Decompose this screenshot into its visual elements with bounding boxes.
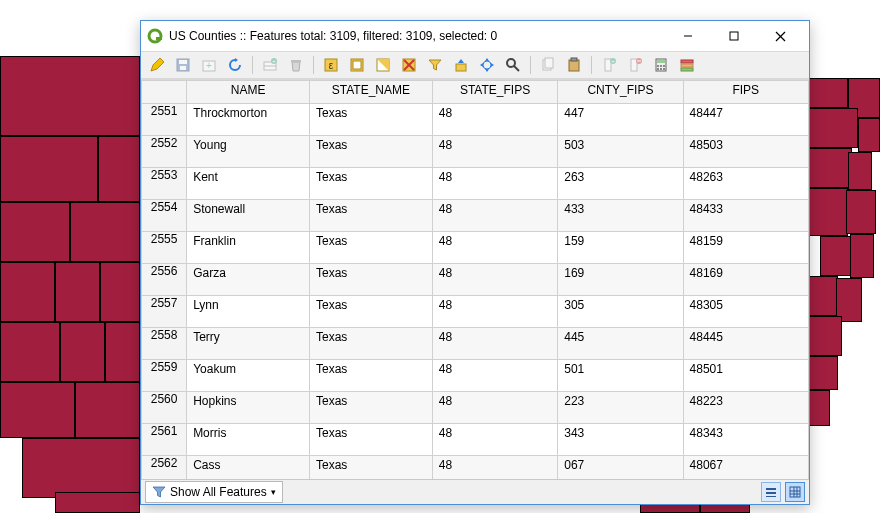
cell[interactable]: 169 bbox=[558, 264, 683, 296]
cell[interactable]: Garza bbox=[187, 264, 310, 296]
cell[interactable]: 48 bbox=[432, 168, 557, 200]
cell[interactable]: 48223 bbox=[683, 392, 808, 424]
cell[interactable]: 48 bbox=[432, 296, 557, 328]
row-number[interactable]: 2552 bbox=[142, 136, 187, 168]
table-row[interactable]: 2554StonewallTexas4843348433 bbox=[142, 200, 809, 232]
cell[interactable]: Texas bbox=[309, 424, 432, 456]
cell[interactable]: 48169 bbox=[683, 264, 808, 296]
cell[interactable]: Hopkins bbox=[187, 392, 310, 424]
attribute-grid[interactable]: NAMESTATE_NAMESTATE_FIPSCNTY_FIPSFIPS 25… bbox=[141, 79, 809, 479]
row-number[interactable]: 2557 bbox=[142, 296, 187, 328]
cell[interactable]: 48 bbox=[432, 328, 557, 360]
column-header[interactable]: NAME bbox=[187, 81, 310, 104]
close-button[interactable] bbox=[757, 22, 803, 50]
cell[interactable]: Morris bbox=[187, 424, 310, 456]
row-number[interactable]: 2556 bbox=[142, 264, 187, 296]
cell[interactable]: Texas bbox=[309, 232, 432, 264]
cell[interactable]: 447 bbox=[558, 104, 683, 136]
cell[interactable]: Texas bbox=[309, 168, 432, 200]
cell[interactable]: 48 bbox=[432, 456, 557, 480]
cell[interactable]: 305 bbox=[558, 296, 683, 328]
cell[interactable]: 48433 bbox=[683, 200, 808, 232]
row-number[interactable]: 2555 bbox=[142, 232, 187, 264]
cell[interactable]: Texas bbox=[309, 456, 432, 480]
corner-cell[interactable] bbox=[142, 81, 187, 104]
table-row[interactable]: 2562CassTexas4806748067 bbox=[142, 456, 809, 480]
show-all-features-dropdown[interactable]: Show All Features ▾ bbox=[145, 481, 283, 503]
cell[interactable]: 503 bbox=[558, 136, 683, 168]
cell[interactable]: Lynn bbox=[187, 296, 310, 328]
cell[interactable]: Franklin bbox=[187, 232, 310, 264]
table-row[interactable]: 2553KentTexas4826348263 bbox=[142, 168, 809, 200]
cell[interactable]: 48503 bbox=[683, 136, 808, 168]
cell[interactable]: 48501 bbox=[683, 360, 808, 392]
row-number[interactable]: 2551 bbox=[142, 104, 187, 136]
zoom-to-icon[interactable] bbox=[501, 53, 525, 77]
table-row[interactable]: 2559YoakumTexas4850148501 bbox=[142, 360, 809, 392]
row-number[interactable]: 2562 bbox=[142, 456, 187, 480]
column-header[interactable]: STATE_NAME bbox=[309, 81, 432, 104]
row-number[interactable]: 2558 bbox=[142, 328, 187, 360]
table-row[interactable]: 2555FranklinTexas4815948159 bbox=[142, 232, 809, 264]
cell[interactable]: 48447 bbox=[683, 104, 808, 136]
table-row[interactable]: 2552YoungTexas4850348503 bbox=[142, 136, 809, 168]
select-all-icon[interactable] bbox=[345, 53, 369, 77]
row-number[interactable]: 2559 bbox=[142, 360, 187, 392]
cell[interactable]: 48 bbox=[432, 104, 557, 136]
cell[interactable]: 48305 bbox=[683, 296, 808, 328]
pan-to-icon[interactable] bbox=[475, 53, 499, 77]
move-top-icon[interactable] bbox=[449, 53, 473, 77]
titlebar[interactable]: US Counties :: Features total: 3109, fil… bbox=[141, 21, 809, 51]
cell[interactable]: Yoakum bbox=[187, 360, 310, 392]
column-header[interactable]: CNTY_FIPS bbox=[558, 81, 683, 104]
cell[interactable]: 48343 bbox=[683, 424, 808, 456]
table-row[interactable]: 2556GarzaTexas4816948169 bbox=[142, 264, 809, 296]
cell[interactable]: Texas bbox=[309, 328, 432, 360]
row-number[interactable]: 2554 bbox=[142, 200, 187, 232]
cell[interactable]: Cass bbox=[187, 456, 310, 480]
cell[interactable]: Terry bbox=[187, 328, 310, 360]
cell[interactable]: Stonewall bbox=[187, 200, 310, 232]
cell[interactable]: 159 bbox=[558, 232, 683, 264]
cell[interactable]: 48 bbox=[432, 424, 557, 456]
field-calc-icon[interactable] bbox=[649, 53, 673, 77]
row-number[interactable]: 2553 bbox=[142, 168, 187, 200]
table-view-button[interactable] bbox=[785, 482, 805, 502]
paste-icon[interactable] bbox=[562, 53, 586, 77]
cell[interactable]: 48159 bbox=[683, 232, 808, 264]
cell[interactable]: 48067 bbox=[683, 456, 808, 480]
cell[interactable]: Texas bbox=[309, 264, 432, 296]
cell[interactable]: 48445 bbox=[683, 328, 808, 360]
table-row[interactable]: 2561MorrisTexas4834348343 bbox=[142, 424, 809, 456]
cell[interactable]: 343 bbox=[558, 424, 683, 456]
cell[interactable]: Texas bbox=[309, 104, 432, 136]
cell[interactable]: 48 bbox=[432, 360, 557, 392]
cell[interactable]: Kent bbox=[187, 168, 310, 200]
table-row[interactable]: 2557LynnTexas4830548305 bbox=[142, 296, 809, 328]
invert-select-icon[interactable] bbox=[371, 53, 395, 77]
row-number[interactable]: 2560 bbox=[142, 392, 187, 424]
filter-icon[interactable] bbox=[423, 53, 447, 77]
table-row[interactable]: 2551ThrockmortonTexas4844748447 bbox=[142, 104, 809, 136]
cell[interactable]: 48263 bbox=[683, 168, 808, 200]
cell[interactable]: 433 bbox=[558, 200, 683, 232]
cell[interactable]: 48 bbox=[432, 264, 557, 296]
column-header[interactable]: FIPS bbox=[683, 81, 808, 104]
cell[interactable]: 067 bbox=[558, 456, 683, 480]
conditional-fmt-icon[interactable] bbox=[675, 53, 699, 77]
cell[interactable]: 48 bbox=[432, 136, 557, 168]
column-header[interactable]: STATE_FIPS bbox=[432, 81, 557, 104]
cell[interactable]: 48 bbox=[432, 392, 557, 424]
cell[interactable]: Texas bbox=[309, 296, 432, 328]
table-row[interactable]: 2558TerryTexas4844548445 bbox=[142, 328, 809, 360]
cell[interactable]: 48 bbox=[432, 200, 557, 232]
edit-pencil-icon[interactable] bbox=[145, 53, 169, 77]
cell[interactable]: Texas bbox=[309, 392, 432, 424]
deselect-icon[interactable] bbox=[397, 53, 421, 77]
cell[interactable]: 445 bbox=[558, 328, 683, 360]
cell[interactable]: 263 bbox=[558, 168, 683, 200]
cell[interactable]: Young bbox=[187, 136, 310, 168]
maximize-button[interactable] bbox=[711, 22, 757, 50]
row-number[interactable]: 2561 bbox=[142, 424, 187, 456]
table-row[interactable]: 2560HopkinsTexas4822348223 bbox=[142, 392, 809, 424]
